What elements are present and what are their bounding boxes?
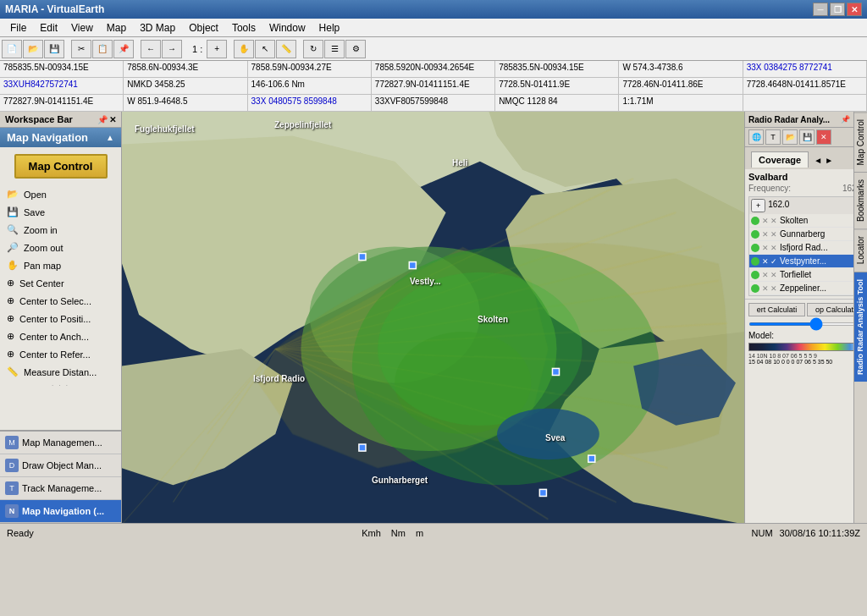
save-icon: 💾	[7, 206, 19, 217]
workspace-bar-header: Workspace Bar 📌 ✕	[0, 112, 121, 128]
vtab-rra[interactable]: Radio Radar Analysis Tool	[854, 272, 867, 382]
svg-rect-33	[359, 253, 366, 260]
map-nav-collapse-icon[interactable]: ▲	[106, 133, 114, 142]
menu-object[interactable]: Object	[182, 20, 225, 36]
coverage-next-icon[interactable]: ►	[825, 156, 833, 165]
coord-3: 7858.59N-00934.27E	[248, 61, 372, 77]
nav-set-center[interactable]: ⊕ Set Center	[0, 274, 121, 292]
nav-measure[interactable]: 📏 Measure Distan...	[0, 363, 121, 381]
vtab-locator[interactable]: Locator	[854, 228, 867, 271]
station-zepp[interactable]: ✕ ✕ Zeppeliner...	[749, 282, 863, 295]
close-button[interactable]: ✕	[847, 3, 862, 16]
radar-globe-btn[interactable]: 🌐	[748, 129, 764, 145]
model-label: Model:	[748, 331, 864, 340]
menu-edit[interactable]: Edit	[33, 20, 64, 36]
radar-close-btn[interactable]: ✕	[816, 129, 831, 145]
hand-tool-button[interactable]: ✋	[234, 40, 254, 58]
coverage-slider[interactable]	[748, 322, 864, 326]
map-management-tab[interactable]: M Map Managemen...	[0, 432, 121, 454]
nav-center-anch[interactable]: ⊕ Center to Anch...	[0, 327, 121, 345]
rotate-button[interactable]: ↻	[303, 40, 323, 58]
draw-object-tab[interactable]: D Draw Object Man...	[0, 454, 121, 477]
coverage-prev-icon[interactable]: ◄	[814, 156, 822, 165]
menu-view[interactable]: View	[64, 20, 100, 36]
status-datetime: 30/08/16 10:11:39Z	[780, 528, 860, 538]
open-button[interactable]: 📂	[23, 40, 43, 58]
redo-button[interactable]: →	[162, 40, 182, 58]
vtab-map-control[interactable]: Map Control	[854, 112, 867, 172]
map-area[interactable]: Fuglehukfjellet Zeppelinfjellet Heli Ves…	[122, 112, 744, 523]
restore-button[interactable]: ❐	[830, 3, 845, 16]
nav-pan[interactable]: ✋ Pan map	[0, 256, 121, 274]
svg-rect-31	[588, 455, 595, 462]
zoom-label: 1 :	[189, 44, 206, 54]
station-isfjord[interactable]: ✕ ✕ Isfjord Rad...	[749, 241, 863, 255]
station-torf[interactable]: ✕ ✕ Torfiellet	[749, 268, 863, 282]
nav-center-select[interactable]: ⊕ Center to Selec...	[0, 292, 121, 310]
gunnar-cb: ✕ ✕	[762, 230, 777, 239]
status-2-4: 772827.9N-01411151.4E	[372, 78, 495, 94]
radar-save-btn[interactable]: 💾	[799, 129, 815, 145]
nav-center-ref[interactable]: ⊕ Center to Refer...	[0, 345, 121, 363]
paste-button[interactable]: 📌	[113, 40, 134, 58]
radar-t-btn[interactable]: T	[765, 129, 781, 145]
select-button[interactable]: ↖	[255, 40, 275, 58]
coverage-tab-area: Coverage ◄ ►	[745, 147, 867, 169]
start-calc-button[interactable]: ert Calculati	[748, 303, 805, 316]
map-nav-icon: N	[5, 504, 19, 518]
terrain-svg	[122, 112, 744, 523]
map-nav-label: Map Navigation (...	[22, 506, 104, 516]
coverage-tab[interactable]: Coverage	[751, 151, 809, 168]
track-management-icon: T	[5, 481, 19, 495]
radar-open-btn[interactable]: 📂	[782, 129, 798, 145]
status-row-1: 785835.5N-00934.15E 7858.6N-00934.3E 785…	[0, 61, 867, 78]
settings-button[interactable]: ⚙	[345, 40, 366, 58]
coord-5: 785835.5N-00934.15E	[495, 61, 619, 77]
menu-help[interactable]: Help	[312, 20, 347, 36]
vest-cb: ✕ ✓	[762, 257, 777, 266]
unit-nm: Nm	[391, 528, 406, 538]
workspace-pin-icon[interactable]: 📌	[97, 115, 108, 124]
window-title: MARIA - VirtualEarth	[5, 3, 104, 15]
menu-file[interactable]: File	[3, 20, 33, 36]
track-management-tab[interactable]: T Track Manageme...	[0, 477, 121, 500]
vertical-tabs: Map Control Bookmarks Locator Radio Rada…	[853, 112, 867, 523]
station-skolten[interactable]: ✕ ✕ Skolten	[749, 214, 863, 228]
nav-save[interactable]: 💾 Save	[0, 203, 121, 221]
torf-dot	[751, 271, 759, 279]
cut-button[interactable]: ✂	[71, 40, 91, 58]
nav-zoom-in[interactable]: 🔍 Zoom in	[0, 221, 121, 239]
status-2-7: 7728.4648N-01411.8571E	[743, 78, 867, 94]
menu-window[interactable]: Window	[262, 20, 312, 36]
vtab-bookmarks[interactable]: Bookmarks	[854, 172, 867, 228]
copy-button[interactable]: 📋	[92, 40, 113, 58]
map-navigation-tab[interactable]: N Map Navigation (...	[0, 500, 121, 523]
minimize-button[interactable]: ─	[813, 3, 828, 16]
menu-map[interactable]: Map	[100, 20, 133, 36]
radar-pin-icon[interactable]: 📌	[839, 114, 852, 124]
add-station-btn[interactable]: +	[751, 199, 765, 212]
map-control-button[interactable]: Map Control	[14, 154, 108, 179]
nav-center-pos[interactable]: ⊕ Center to Positi...	[0, 310, 121, 327]
unit-kmh: Kmh	[362, 528, 381, 538]
measure-button[interactable]: 📏	[276, 40, 296, 58]
nav-items-list: 📂 Open 💾 Save 🔍 Zoom in 🔎 Zoom out ✋ Pan…	[0, 185, 121, 381]
isfjord-cb: ✕ ✕	[762, 244, 777, 252]
station-vest[interactable]: ✕ ✓ Vestpynter...	[749, 255, 863, 268]
layer-button[interactable]: ☰	[324, 40, 345, 58]
station-freq-label: 162.0	[767, 199, 790, 212]
new-button[interactable]: 📄	[2, 40, 22, 58]
zoom-in-button[interactable]: +	[207, 40, 227, 58]
svg-point-26	[497, 409, 599, 459]
menu-3dmap[interactable]: 3D Map	[133, 20, 182, 36]
station-gunnar[interactable]: ✕ ✕ Gunnarberg	[749, 228, 863, 241]
workspace-close-icon[interactable]: ✕	[109, 115, 116, 124]
nav-open[interactable]: 📂 Open	[0, 185, 121, 203]
coord-1: 785835.5N-00934.15E	[0, 61, 124, 77]
svg-rect-29	[552, 368, 559, 375]
nav-zoom-out[interactable]: 🔎 Zoom out	[0, 239, 121, 256]
save-button[interactable]: 💾	[44, 40, 64, 58]
undo-button[interactable]: ←	[141, 40, 161, 58]
zepp-dot	[751, 284, 759, 293]
menu-tools[interactable]: Tools	[225, 20, 262, 36]
